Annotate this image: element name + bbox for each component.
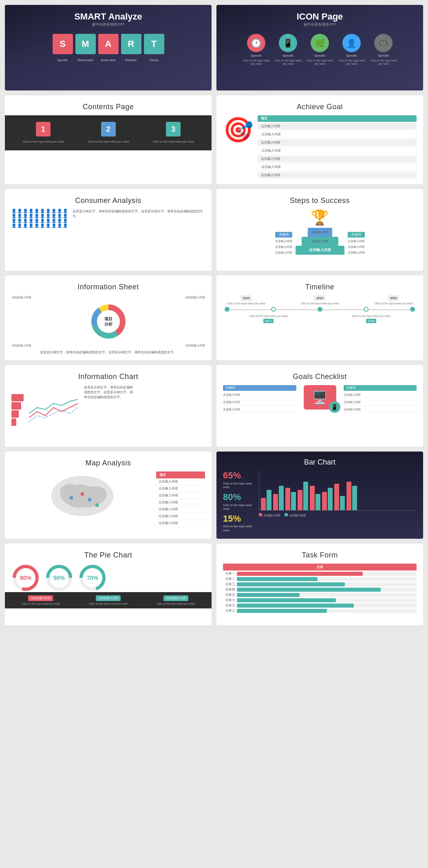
- pyramid-level-3[interactable]: 点击输入内容: [296, 246, 344, 255]
- pie-bar-btn-0[interactable]: 点此处输入内容: [28, 595, 53, 601]
- line-chart: [27, 385, 80, 426]
- task-bar-1: [237, 577, 318, 581]
- contents-dark: 1 Click on the input what you need 2 Cli…: [5, 115, 212, 150]
- step-left-item-2[interactable]: 点击输入内容: [275, 251, 292, 255]
- donut-label-tr[interactable]: 点此处输入内容: [185, 295, 205, 300]
- legend-dot-teal: [285, 513, 288, 516]
- bar-stat-num-2: 15%: [223, 513, 256, 525]
- person-red-2: 👤: [17, 209, 22, 213]
- tl-dot-3: [364, 307, 368, 312]
- task-row-4: 任务五: [223, 593, 417, 597]
- map-item-0[interactable]: 点击输入内容: [156, 478, 205, 485]
- map-item-1[interactable]: 点击输入内容: [156, 485, 205, 492]
- smart-title: SMART Analyze: [11, 11, 205, 22]
- smart-box-t[interactable]: T: [144, 34, 164, 54]
- goals-right-item-1[interactable]: 点击输入内容: [344, 399, 417, 405]
- donut-label-bl[interactable]: 点此处输入内容: [11, 344, 31, 348]
- person-p4-4: 👤: [63, 224, 68, 228]
- funnel-2: [11, 402, 21, 410]
- donut-label-br[interactable]: 点此处输入内容: [185, 344, 205, 348]
- pyramid-level-1[interactable]: 点击输入内容: [308, 228, 332, 237]
- person-p3-3: 👤: [63, 219, 68, 223]
- goals-right-item-0[interactable]: 点击输入内容: [344, 392, 417, 398]
- achieve-item-1[interactable]: 点击输入内容: [258, 131, 417, 138]
- achieve-item-4[interactable]: 点击输入内容: [258, 156, 417, 162]
- map-item-6[interactable]: 点击输入内容: [156, 520, 205, 527]
- step-left-item-1[interactable]: 点击输入内容: [275, 245, 292, 249]
- person-p3-2: 👤: [57, 219, 62, 223]
- funnel-3: [11, 410, 19, 418]
- tl-top-1: 2018 Click on the input what you need: [301, 295, 339, 305]
- pyramid-level-2[interactable]: 点击输入内容: [302, 237, 338, 246]
- task-label-7: 任务八: [223, 609, 235, 613]
- achieve-item-3[interactable]: 点击输入内容: [258, 147, 417, 154]
- smart-box-a[interactable]: A: [98, 34, 119, 54]
- pie-title: The Pie Chart: [11, 551, 205, 560]
- bar-group-1: [273, 486, 284, 510]
- bar-teal-7: [352, 486, 357, 510]
- tl-top-2: 2020 Click on the input what you need: [374, 295, 413, 305]
- person-r2-5: 👤: [34, 214, 39, 218]
- bar-stat-text-1: Click on the input what need: [223, 503, 256, 511]
- smart-label-r: Realistic: [121, 58, 141, 62]
- icon-label-3: Specific: [346, 54, 357, 57]
- step-right-item-0[interactable]: 点击输入内容: [348, 239, 365, 243]
- goals-right-item-2[interactable]: 点击输入内容: [344, 407, 417, 413]
- task-bar-container-2: [237, 582, 417, 586]
- pie-bar-btn-1[interactable]: 点此处输入内容: [96, 595, 121, 601]
- tl-dot-2: [318, 307, 322, 312]
- step-left-tag: 关键词: [275, 232, 292, 238]
- tl-year-bot-0: 2017: [263, 319, 274, 323]
- goals-left-item-0[interactable]: 点击输入内容: [223, 392, 296, 398]
- slide-icon-page: ICON Page 扁平化商务报告PPT 🕐 Specific Click on…: [216, 5, 423, 90]
- achieve-item-0[interactable]: 点击输入内容: [258, 123, 417, 130]
- person-peach-3: 👤: [57, 209, 62, 213]
- goals-left-item-2[interactable]: 点击输入内容: [223, 407, 296, 413]
- icon-subtitle: 扁平化商务报告PPT: [223, 22, 417, 27]
- bar-stat-num-1: 80%: [223, 491, 256, 503]
- people-grid: 👤 👤 👤 👤 👤 👤 👤 👤 👤 👤 👤 👤 👤 👤 👤 👤 👤 👤: [11, 209, 68, 228]
- achieve-item-2[interactable]: 点击输入内容: [258, 139, 417, 146]
- person-p2-3: 👤: [51, 214, 56, 218]
- map-item-3[interactable]: 点击输入内容: [156, 499, 205, 506]
- achieve-item-6[interactable]: 点击输入内容: [258, 172, 417, 178]
- map-item-4[interactable]: 点击输入内容: [156, 506, 205, 513]
- pie-bar-text-1: Click on the input what you need: [89, 602, 128, 605]
- achieve-item-5[interactable]: 点击输入内容: [258, 163, 417, 171]
- goals-icon-center: 🖥️ 📱: [300, 385, 340, 410]
- bar-teal-2: [291, 492, 296, 510]
- goals-right-tag: 关键词: [344, 385, 417, 391]
- pie-bar-btn-2[interactable]: 点此处输入内容: [163, 595, 188, 601]
- smart-box-m[interactable]: M: [75, 34, 96, 54]
- smart-label-s: Specific: [53, 58, 73, 62]
- achieve-layout: 🎯 项目 点击输入内容 点击输入内容 点击输入内容 点击输入内容 点击输入内容 …: [223, 115, 417, 178]
- bar-group-7: [346, 482, 357, 510]
- funnel-1: [11, 394, 24, 401]
- person-p3-1: 👤: [51, 219, 56, 223]
- slide-contents: Contents Page 1 Click on the input what …: [5, 95, 212, 184]
- achieve-title: Achieve Goal: [223, 103, 417, 111]
- smart-label-m: Measurable: [75, 58, 96, 62]
- funnel-shapes: [11, 394, 24, 426]
- step-left-item-0[interactable]: 点击输入内容: [275, 239, 292, 243]
- step-right-tag: 关键词: [348, 232, 365, 238]
- pie-layout: 80% 50% 70%: [11, 564, 205, 592]
- achieve-list: 项目 点击输入内容 点击输入内容 点击输入内容 点击输入内容 点击输入内容 点击…: [258, 115, 417, 178]
- step-right-item-1[interactable]: 点击输入内容: [348, 245, 365, 249]
- bar-red-4: [310, 486, 315, 510]
- map-item-2[interactable]: 点击输入内容: [156, 492, 205, 499]
- smart-box-r[interactable]: R: [121, 34, 141, 54]
- donut-label-tl[interactable]: 点此处输入内容: [11, 295, 31, 300]
- consumer-layout: 👤 👤 👤 👤 👤 👤 👤 👤 👤 👤 👤 👤 👤 👤 👤 👤 👤 👤: [11, 209, 205, 228]
- goals-left-item-1[interactable]: 点击输入内容: [223, 399, 296, 405]
- icon-item-1: 📱 Specific Click on the input what you n…: [274, 34, 302, 66]
- bar-group-3: [298, 482, 308, 510]
- smart-label-t: Timely: [144, 58, 164, 62]
- smart-box-s[interactable]: S: [53, 34, 73, 54]
- task-row-6: 任务七: [223, 604, 417, 608]
- map-item-5[interactable]: 点击输入内容: [156, 513, 205, 520]
- icon-desc-0: Click on the input what you need: [242, 59, 271, 66]
- pie-circle-2: 70%: [78, 564, 107, 592]
- step-right-item-2[interactable]: 点击输入内容: [348, 251, 365, 255]
- task-row-1: 任务二: [223, 577, 417, 581]
